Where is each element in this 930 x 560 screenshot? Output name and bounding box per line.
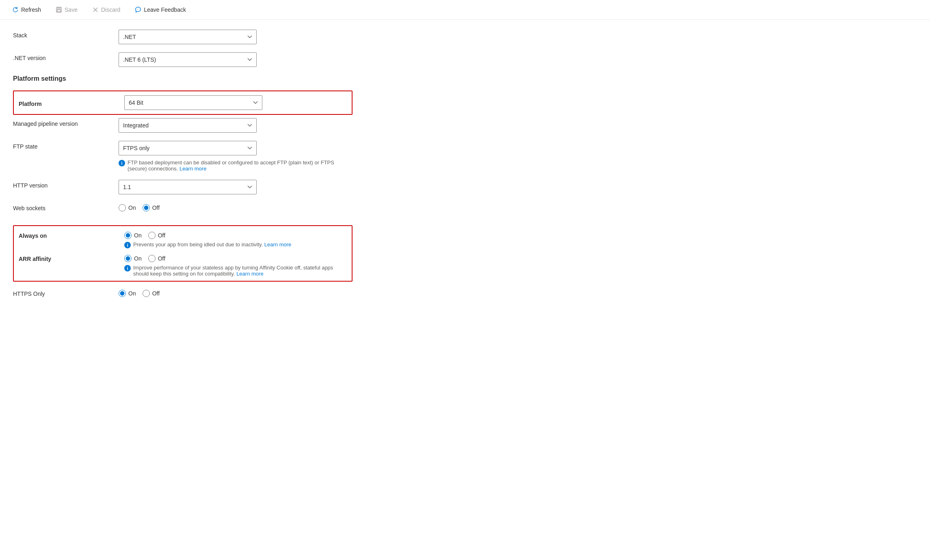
- arr-affinity-on-label: On: [134, 255, 142, 262]
- arr-affinity-off-label: Off: [158, 255, 165, 262]
- discard-button[interactable]: Discard: [90, 5, 123, 15]
- arr-affinity-label: ARR affinity: [19, 253, 124, 262]
- always-on-info-icon: i: [124, 242, 131, 248]
- arr-affinity-section: ARR affinity On Off: [19, 253, 347, 277]
- save-button[interactable]: Save: [53, 5, 80, 15]
- net-version-label: .NET version: [13, 52, 119, 61]
- https-only-label: HTTPS Only: [13, 288, 119, 297]
- stack-control: .NET Node PHP Python Ruby Java: [119, 30, 353, 44]
- ftp-learn-more-link[interactable]: Learn more: [180, 166, 206, 172]
- ftp-info-row: i FTP based deployment can be disabled o…: [119, 159, 353, 172]
- always-on-info-container: i Prevents your app from being idled out…: [124, 241, 347, 248]
- always-on-on-option[interactable]: On: [124, 232, 142, 239]
- platform-label: Platform: [19, 98, 124, 107]
- feedback-label: Leave Feedback: [144, 6, 186, 13]
- https-only-row: HTTPS Only On Off: [13, 288, 353, 303]
- always-on-on-radio[interactable]: [124, 232, 132, 239]
- managed-pipeline-control: Integrated Classic: [119, 118, 353, 133]
- always-on-off-option[interactable]: Off: [148, 232, 165, 239]
- always-on-radio-group: On Off: [124, 230, 347, 239]
- https-only-off-option[interactable]: Off: [143, 290, 160, 297]
- net-version-row: .NET version .NET 6 (LTS) .NET 7 .NET 8: [13, 52, 353, 67]
- http-version-select[interactable]: 1.1 2.0: [119, 180, 257, 194]
- always-on-info-text: Prevents your app from being idled out d…: [133, 241, 291, 248]
- always-on-arr-highlighted-group: Always on On Off: [13, 225, 353, 282]
- always-on-control: On Off: [124, 230, 347, 239]
- always-on-off-label: Off: [158, 232, 165, 239]
- arr-affinity-control: On Off: [124, 253, 347, 262]
- ftp-state-section: FTP state All allowed FTP disabled FTPS …: [13, 141, 353, 172]
- ftp-info-text: FTP based deployment can be disabled or …: [128, 159, 353, 172]
- net-version-control: .NET 6 (LTS) .NET 7 .NET 8: [119, 52, 353, 67]
- arr-affinity-on-option[interactable]: On: [124, 255, 142, 262]
- main-content: Stack .NET Node PHP Python Ruby Java .NE…: [0, 20, 366, 321]
- ftp-state-label: FTP state: [13, 141, 119, 150]
- discard-icon: [92, 6, 99, 13]
- http-version-label: HTTP version: [13, 180, 119, 189]
- arr-affinity-info-text: Improve performance of your stateless ap…: [133, 265, 347, 277]
- always-on-learn-more-link[interactable]: Learn more: [264, 241, 291, 248]
- arr-affinity-learn-more-link[interactable]: Learn more: [236, 271, 263, 277]
- feedback-icon: [135, 6, 141, 13]
- arr-affinity-info-container: i Improve performance of your stateless …: [124, 265, 347, 277]
- always-on-label: Always on: [19, 230, 124, 239]
- web-sockets-row: Web sockets On Off: [13, 202, 353, 217]
- svg-rect-2: [57, 10, 61, 12]
- web-sockets-on-option[interactable]: On: [119, 204, 136, 211]
- arr-affinity-on-radio[interactable]: [124, 255, 132, 262]
- save-icon: [56, 6, 62, 13]
- discard-label: Discard: [101, 6, 120, 13]
- https-only-on-label: On: [128, 290, 136, 297]
- arr-affinity-info-row: i Improve performance of your stateless …: [124, 265, 347, 277]
- web-sockets-on-label: On: [128, 205, 136, 211]
- http-version-row: HTTP version 1.1 2.0: [13, 180, 353, 194]
- stack-row: Stack .NET Node PHP Python Ruby Java: [13, 30, 353, 44]
- ftp-state-select[interactable]: All allowed FTP disabled FTPS only: [119, 141, 257, 155]
- arr-affinity-row: ARR affinity On Off: [19, 253, 347, 262]
- always-on-off-radio[interactable]: [148, 232, 156, 239]
- managed-pipeline-label: Managed pipeline version: [13, 118, 119, 127]
- platform-highlighted-row: Platform 32 Bit 64 Bit: [13, 90, 353, 115]
- web-sockets-label: Web sockets: [13, 202, 119, 211]
- https-only-control: On Off: [119, 288, 353, 297]
- arr-affinity-info-icon: i: [124, 265, 131, 271]
- ftp-state-control: All allowed FTP disabled FTPS only: [119, 141, 353, 155]
- always-on-row: Always on On Off: [19, 230, 347, 239]
- https-only-radio-group: On Off: [119, 288, 353, 297]
- platform-settings-title: Platform settings: [13, 75, 353, 82]
- arr-affinity-off-option[interactable]: Off: [148, 255, 165, 262]
- stack-select[interactable]: .NET Node PHP Python Ruby Java: [119, 30, 257, 44]
- always-on-section: Always on On Off: [19, 230, 347, 248]
- https-only-off-radio[interactable]: [143, 290, 150, 297]
- refresh-button[interactable]: Refresh: [10, 5, 43, 15]
- https-only-on-option[interactable]: On: [119, 290, 136, 297]
- web-sockets-on-radio[interactable]: [119, 204, 126, 211]
- arr-affinity-off-radio[interactable]: [148, 255, 156, 262]
- web-sockets-radio-group: On Off: [119, 202, 353, 211]
- https-only-off-label: Off: [152, 290, 160, 297]
- managed-pipeline-row: Managed pipeline version Integrated Clas…: [13, 118, 353, 133]
- platform-select[interactable]: 32 Bit 64 Bit: [124, 95, 262, 110]
- feedback-button[interactable]: Leave Feedback: [132, 5, 188, 15]
- refresh-label: Refresh: [21, 6, 41, 13]
- save-label: Save: [65, 6, 78, 13]
- arr-affinity-radio-group: On Off: [124, 253, 347, 262]
- svg-rect-1: [58, 7, 60, 9]
- ftp-info-container: i FTP based deployment can be disabled o…: [119, 157, 353, 172]
- http-version-control: 1.1 2.0: [119, 180, 353, 194]
- web-sockets-control: On Off: [119, 202, 353, 211]
- managed-pipeline-select[interactable]: Integrated Classic: [119, 118, 257, 133]
- ftp-state-row: FTP state All allowed FTP disabled FTPS …: [13, 141, 353, 155]
- web-sockets-off-label: Off: [152, 205, 160, 211]
- toolbar: Refresh Save Discard Leave Feedback: [0, 0, 930, 20]
- stack-label: Stack: [13, 30, 119, 39]
- refresh-icon: [12, 6, 19, 13]
- always-on-on-label: On: [134, 232, 142, 239]
- always-on-info-row: i Prevents your app from being idled out…: [124, 241, 347, 248]
- platform-control: 32 Bit 64 Bit: [124, 95, 347, 110]
- web-sockets-off-radio[interactable]: [143, 204, 150, 211]
- web-sockets-off-option[interactable]: Off: [143, 204, 160, 211]
- net-version-select[interactable]: .NET 6 (LTS) .NET 7 .NET 8: [119, 52, 257, 67]
- https-only-on-radio[interactable]: [119, 290, 126, 297]
- ftp-info-icon: i: [119, 160, 125, 166]
